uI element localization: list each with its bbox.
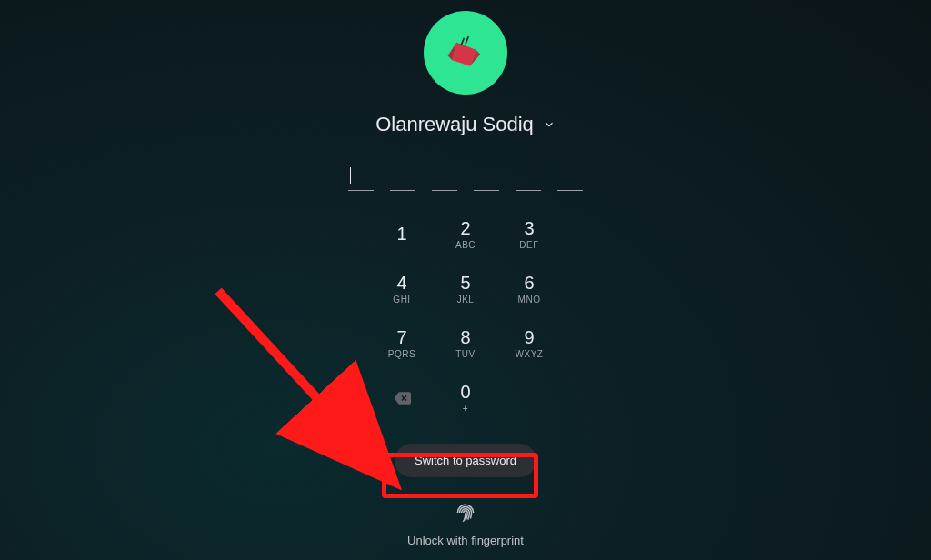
- key-6[interactable]: 6 MNO: [497, 262, 561, 316]
- key-7[interactable]: 7 PQRS: [370, 316, 434, 371]
- key-8[interactable]: 8 TUV: [434, 316, 497, 371]
- pin-entry[interactable]: [348, 164, 583, 191]
- username-label: Olanrewaju Sodiq: [375, 113, 534, 136]
- key-1[interactable]: 1: [370, 207, 434, 262]
- backspace-icon: [393, 389, 411, 407]
- key-3[interactable]: 3 DEF: [497, 207, 561, 262]
- pin-slot: [557, 164, 583, 191]
- svg-line-4: [466, 36, 468, 44]
- key-0[interactable]: 0 +: [434, 371, 497, 425]
- svg-line-3: [461, 38, 464, 45]
- fingerprint-hint: Unlock with fingerprint: [407, 534, 524, 547]
- fingerprint-icon[interactable]: [454, 501, 477, 525]
- pin-slot: [390, 164, 415, 191]
- user-avatar[interactable]: [424, 11, 507, 95]
- key-4[interactable]: 4 GHI: [370, 262, 434, 316]
- pin-slot: [432, 164, 457, 191]
- keypad-bottom-row: 0 +: [370, 371, 561, 425]
- switch-to-password-button[interactable]: Switch to password: [395, 444, 536, 477]
- chevron-down-icon: [543, 118, 556, 131]
- pin-slot: [516, 164, 541, 191]
- key-9[interactable]: 9 WXYZ: [497, 316, 561, 371]
- pin-slot: [348, 164, 374, 191]
- key-5[interactable]: 5 JKL: [434, 262, 497, 316]
- backspace-button[interactable]: [370, 371, 434, 425]
- avatar-image: [442, 29, 489, 76]
- pin-keypad: 1 2 ABC 3 DEF 4 GHI 5 JKL 6 MNO 7 PQRS 8…: [370, 207, 561, 371]
- key-2[interactable]: 2 ABC: [434, 207, 497, 262]
- username-dropdown[interactable]: Olanrewaju Sodiq: [375, 113, 556, 136]
- pin-slot: [474, 164, 499, 191]
- keypad-spacer: [497, 371, 561, 425]
- svg-line-8: [218, 291, 377, 464]
